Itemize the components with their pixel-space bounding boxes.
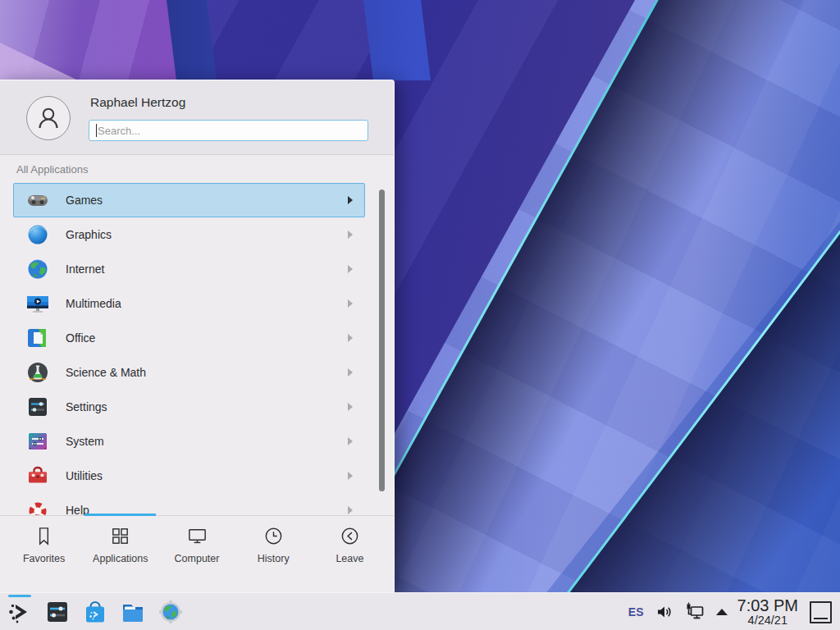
user-name: Raphael Hertzog [90,95,185,110]
graphics-icon [25,221,51,248]
multimedia-icon [25,290,51,317]
category-system[interactable]: System [13,424,365,459]
application-launcher-menu: Raphael Hertzog All Applications [0,80,395,592]
submenu-arrow-icon [348,334,353,342]
submenu-arrow-icon [348,196,353,204]
category-science-math[interactable]: Science & Math [13,355,365,390]
search-input[interactable] [89,120,368,141]
category-label: Utilities [66,469,103,482]
submenu-arrow-icon [348,472,353,480]
web-browser-button[interactable] [158,599,184,625]
show-desktop-button[interactable] [810,601,832,623]
category-multimedia[interactable]: Multimedia [13,286,365,321]
submenu-arrow-icon [348,368,353,377]
tab-label: Applications [93,553,148,564]
category-label: Settings [66,400,107,413]
desktop: Raphael Hertzog All Applications [0,0,840,630]
grid-icon [109,525,131,547]
help-icon [25,497,51,515]
category-graphics[interactable]: Graphics [13,217,365,252]
tab-favorites[interactable]: Favorites [6,522,82,581]
taskbar-launchers [7,599,184,625]
file-manager-button[interactable] [120,599,146,625]
scrollbar-thumb[interactable] [379,189,385,491]
category-label: Office [66,331,95,345]
tab-computer[interactable]: Computer [158,522,235,581]
category-games[interactable]: Games [13,183,365,217]
active-task-indicator [8,595,31,597]
science-math-icon [25,359,51,386]
digital-clock[interactable]: 7:03 PM 4/24/21 [737,597,798,627]
user-avatar[interactable] [26,96,71,140]
tab-label: Computer [175,553,220,564]
tab-leave[interactable]: Leave [312,522,388,581]
utilities-icon [25,463,51,489]
category-label: System [66,435,104,448]
games-icon [25,187,51,213]
category-settings[interactable]: Settings [13,390,365,424]
submenu-arrow-icon [348,231,353,239]
leave-icon [339,525,361,547]
settings-icon [25,394,51,420]
taskbar-panel: ES 7:03 PM [0,592,840,630]
volume-icon[interactable] [655,603,673,621]
category-utilities[interactable]: Utilities [13,459,365,493]
bookmark-icon [33,525,55,547]
system-settings-button[interactable] [44,599,71,625]
category-label: Science & Math [66,366,146,379]
submenu-arrow-icon [348,299,353,308]
category-label: Internet [66,262,104,276]
text-caret [96,124,97,137]
computer-icon [186,525,208,547]
internet-icon [25,256,51,282]
clock-time: 7:03 PM [737,597,798,614]
user-icon [32,102,65,135]
system-tray: ES 7:03 PM [628,593,837,630]
tab-history[interactable]: History [235,522,312,581]
tab-label: Leave [336,553,363,564]
tab-label: Favorites [23,553,65,564]
category-label: Games [66,194,103,207]
history-clock-icon [262,525,285,547]
submenu-arrow-icon [348,403,353,411]
section-label: All Applications [16,163,88,176]
tabbar-divider [0,515,394,516]
office-icon [25,325,51,351]
expand-tray-icon[interactable] [716,609,728,615]
submenu-arrow-icon [348,437,353,445]
active-tab-indicator [84,514,156,516]
category-label: Multimedia [66,297,121,310]
keyboard-layout-indicator[interactable]: ES [628,605,644,619]
submenu-arrow-icon [348,265,353,273]
application-category-list: Games Graphics [0,183,394,515]
category-internet[interactable]: Internet [13,252,365,286]
submenu-arrow-icon [348,506,353,514]
discover-button[interactable] [82,599,108,625]
category-help[interactable]: Help [13,493,365,515]
system-icon [25,428,51,454]
category-office[interactable]: Office [13,321,365,355]
search-field-wrap [89,120,368,141]
tab-applications[interactable]: Applications [82,522,158,581]
launcher-header: Raphael Hertzog [0,80,394,155]
clock-date: 4/24/21 [748,614,788,627]
application-launcher-button[interactable] [7,599,33,625]
network-icon[interactable] [684,602,705,622]
tab-label: History [258,553,290,564]
category-label: Graphics [66,228,112,241]
launcher-tabbar: Favorites Applications Computer [6,522,388,581]
